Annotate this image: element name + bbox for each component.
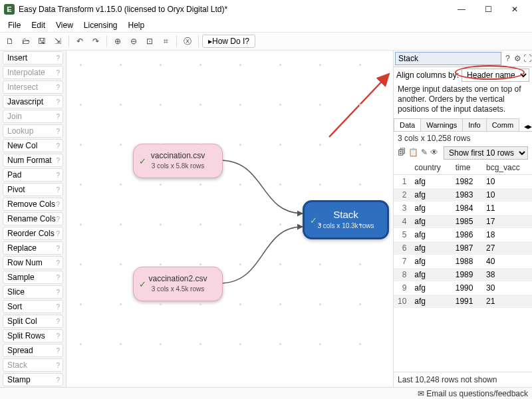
sidebar-item-sort[interactable]: Sort? bbox=[3, 300, 63, 313]
help-icon[interactable]: ? bbox=[56, 69, 60, 76]
menu-edit[interactable]: Edit bbox=[27, 20, 49, 31]
col-country[interactable]: country bbox=[410, 161, 451, 175]
undo-icon[interactable]: ↶ bbox=[72, 34, 87, 49]
tab-warnings[interactable]: Warnings bbox=[420, 118, 463, 131]
help-icon[interactable]: ? bbox=[56, 303, 60, 311]
cancel-icon[interactable]: ⓧ bbox=[180, 34, 195, 49]
save-icon[interactable]: 🖫 bbox=[35, 34, 49, 49]
help-icon[interactable]: ? bbox=[56, 142, 60, 150]
sidebar-item-pad[interactable]: Pad? bbox=[3, 168, 63, 182]
help-icon[interactable]: ? bbox=[56, 84, 60, 91]
sidebar-item-remove-cols[interactable]: Remove Cols? bbox=[3, 198, 63, 211]
sidebar-item-pivot[interactable]: Pivot? bbox=[3, 183, 63, 196]
table-row[interactable]: 6afg198727 bbox=[394, 241, 532, 255]
sidebar-item-row-num[interactable]: Row Num? bbox=[3, 256, 63, 269]
help-icon[interactable]: ? bbox=[56, 376, 60, 384]
menu-view[interactable]: View bbox=[52, 20, 77, 31]
sidebar-item-replace[interactable]: Replace? bbox=[3, 241, 63, 255]
table-row[interactable]: 2afg198310 bbox=[394, 188, 532, 201]
copy-icon[interactable]: 🗐 bbox=[398, 148, 406, 158]
open-icon[interactable]: 🗁 bbox=[19, 34, 33, 49]
sidebar-item-split-rows[interactable]: Split Rows? bbox=[3, 329, 63, 342]
help-icon[interactable]: ? bbox=[56, 186, 60, 194]
help-icon[interactable]: ? bbox=[56, 215, 60, 223]
help-icon[interactable]: ? bbox=[56, 98, 60, 106]
grid-dot bbox=[279, 223, 281, 225]
view-icon[interactable]: 👁 bbox=[430, 148, 438, 158]
tab-scroll-right-icon[interactable]: ▸ bbox=[528, 122, 532, 131]
help-icon[interactable]: ? bbox=[56, 347, 60, 354]
menu-file[interactable]: File bbox=[4, 20, 25, 31]
close-button[interactable]: ✕ bbox=[501, 0, 528, 19]
help-icon[interactable]: ? bbox=[56, 289, 60, 296]
tab-info[interactable]: Info bbox=[462, 118, 486, 131]
zoom-in-icon[interactable]: ⊕ bbox=[110, 34, 125, 49]
col-bcg[interactable]: bcg_vacc bbox=[482, 161, 532, 175]
help-icon[interactable]: ? bbox=[56, 128, 60, 135]
sidebar-item-stamp[interactable]: Stamp? bbox=[3, 373, 63, 386]
table-row[interactable]: 5afg198618 bbox=[394, 228, 532, 241]
help-icon[interactable]: ? bbox=[56, 113, 60, 120]
tab-comments[interactable]: Comm bbox=[486, 118, 519, 131]
annotation-arrow bbox=[66, 51, 392, 184]
help-icon[interactable]: ? bbox=[56, 172, 60, 179]
sidebar-item-spread[interactable]: Spread? bbox=[3, 344, 63, 357]
help-icon[interactable]: ? bbox=[56, 318, 60, 325]
transform-description: Merge input datasets one on top of anoth… bbox=[394, 83, 532, 118]
help-icon[interactable]: ? bbox=[503, 53, 513, 65]
table-row[interactable]: 8afg198938 bbox=[394, 268, 532, 281]
help-icon[interactable]: ? bbox=[56, 362, 60, 369]
help-icon[interactable]: ? bbox=[56, 55, 60, 62]
help-icon[interactable]: ? bbox=[56, 259, 60, 267]
menu-licensing[interactable]: Licensing bbox=[80, 20, 122, 31]
help-icon[interactable]: ? bbox=[56, 157, 60, 164]
menu-help[interactable]: Help bbox=[124, 20, 149, 31]
edit-icon[interactable]: ✎ bbox=[421, 148, 428, 158]
align-columns-select[interactable]: Header name bbox=[462, 68, 529, 82]
table-row[interactable]: 9afg199030 bbox=[394, 281, 532, 295]
settings-icon[interactable]: ⚙ bbox=[513, 53, 523, 65]
help-icon[interactable]: ? bbox=[56, 274, 60, 281]
help-icon[interactable]: ? bbox=[56, 332, 60, 340]
sidebar-item-new-col[interactable]: New Col? bbox=[3, 139, 63, 152]
sidebar-item-javascript[interactable]: Javascript? bbox=[3, 95, 63, 108]
sidebar-item-rename-cols[interactable]: Rename Cols? bbox=[3, 212, 63, 225]
grid-dot bbox=[279, 263, 281, 265]
transform-name-input[interactable] bbox=[395, 52, 501, 65]
canvas[interactable]: ✓ vaccination.csv 3 cols x 5.8k rows ✓ v… bbox=[66, 51, 394, 387]
help-icon[interactable]: ? bbox=[56, 230, 60, 237]
table-row[interactable]: 7afg198840 bbox=[394, 255, 532, 268]
feedback-link[interactable]: ✉ Email us questions/feedback bbox=[418, 389, 528, 398]
export-icon[interactable]: ⇲ bbox=[51, 34, 65, 49]
help-icon[interactable]: ? bbox=[56, 245, 60, 252]
how-do-i-button[interactable]: ▸How Do I? bbox=[202, 35, 255, 48]
minimize-button[interactable]: — bbox=[448, 0, 475, 19]
sidebar-item-reorder-cols[interactable]: Reorder Cols? bbox=[3, 227, 63, 240]
sidebar-item-split-col[interactable]: Split Col? bbox=[3, 315, 63, 328]
table-row[interactable]: 1afg198210 bbox=[394, 175, 532, 189]
clipboard-icon[interactable]: 📋 bbox=[408, 148, 418, 158]
grid-icon[interactable]: ⌗ bbox=[158, 34, 173, 49]
new-icon[interactable]: 🗋 bbox=[3, 34, 17, 49]
table-row[interactable]: 4afg198517 bbox=[394, 215, 532, 228]
tab-data[interactable]: Data bbox=[394, 118, 421, 131]
sidebar-item-sample[interactable]: Sample? bbox=[3, 271, 63, 284]
node-stack[interactable]: ✓ Stack 3 cols x 10.3k rows bbox=[303, 200, 389, 239]
sidebar-item-slice[interactable]: Slice? bbox=[3, 285, 63, 299]
zoom-out-icon[interactable]: ⊖ bbox=[126, 34, 141, 49]
help-icon[interactable]: ? bbox=[56, 201, 60, 208]
maximize-button[interactable]: ☐ bbox=[475, 0, 501, 19]
show-rows-select[interactable]: Show first 10 rows bbox=[444, 146, 528, 160]
zoom-fit-icon[interactable]: ⊡ bbox=[142, 34, 157, 49]
cell-country: afg bbox=[410, 295, 451, 308]
sidebar-item-insert[interactable]: Insert? bbox=[3, 51, 63, 65]
col-time[interactable]: time bbox=[452, 161, 482, 175]
redo-icon[interactable]: ↷ bbox=[88, 34, 103, 49]
table-row[interactable]: 10afg199121 bbox=[394, 295, 532, 308]
node-vaccination-csv[interactable]: ✓ vaccination.csv 3 cols x 5.8k rows bbox=[133, 144, 223, 178]
grid-dot bbox=[359, 104, 361, 106]
expand-icon[interactable]: ⛶ bbox=[522, 53, 532, 65]
table-row[interactable]: 3afg198411 bbox=[394, 201, 532, 215]
sidebar-item-num-format[interactable]: Num Format? bbox=[3, 154, 63, 167]
node-vaccination2-csv[interactable]: ✓ vaccination2.csv 3 cols x 4.5k rows bbox=[133, 267, 223, 301]
